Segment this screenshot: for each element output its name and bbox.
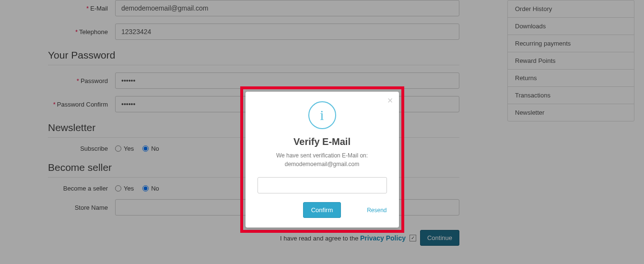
- modal-actions: Confirm Resend: [258, 202, 387, 218]
- confirm-button[interactable]: Confirm: [303, 202, 341, 218]
- verification-code-input[interactable]: [258, 177, 387, 193]
- verify-email-modal: × i Verify E-Mail We have sent verificat…: [246, 92, 399, 228]
- modal-title: Verify E-Mail: [258, 136, 387, 147]
- close-icon[interactable]: ×: [387, 96, 393, 105]
- highlight-frame: × i Verify E-Mail We have sent verificat…: [240, 86, 404, 233]
- resend-link[interactable]: Resend: [367, 207, 386, 214]
- modal-overlay: × i Verify E-Mail We have sent verificat…: [0, 0, 644, 264]
- info-icon: i: [308, 101, 336, 129]
- modal-description: We have sent verification E-Mail on: dem…: [258, 151, 387, 168]
